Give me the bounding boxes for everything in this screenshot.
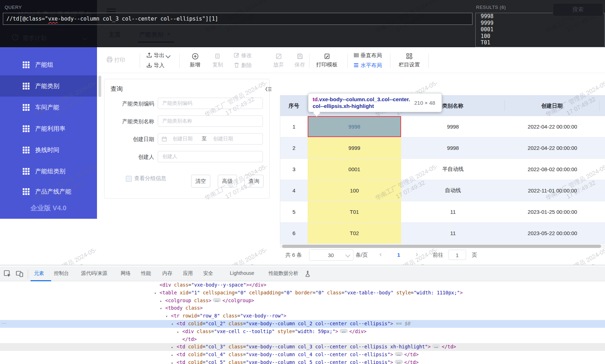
dom-node[interactable]: ▸<td colid="col_5" class="vxe-body--colu… <box>0 359 605 364</box>
dom-node[interactable]: ▸<colgroup class>…</colgroup> <box>0 297 605 305</box>
table-cell[interactable]: 3 <box>280 159 308 180</box>
table-cell[interactable]: 2 <box>280 137 308 158</box>
horizontal-scrollbar[interactable] <box>280 244 605 248</box>
dom-node[interactable]: ▾<tr rowid="row_8" class="vxe-body--row"… <box>0 312 605 320</box>
selected-dom-node[interactable]: ▾<td colid="col_2" class="vxe-body--colu… <box>0 320 605 328</box>
table-cell[interactable] <box>600 159 605 180</box>
creator-input[interactable]: 创建人 <box>158 151 263 162</box>
vertical-layout-button[interactable]: 垂直布局 <box>353 52 382 59</box>
table-cell[interactable]: 2022-04-22 00:00:00 <box>505 137 600 158</box>
sidebar-item-1[interactable]: 产能类别 <box>0 75 97 97</box>
table-row[interactable]: 5T01112023-01-25 00:00:00 <box>280 201 605 223</box>
expanded-arrow-icon[interactable]: ▾ <box>154 289 160 297</box>
goto-page-input[interactable]: 1 <box>448 250 466 260</box>
table-cell[interactable]: 5 <box>280 201 308 222</box>
expanded-arrow-icon[interactable]: ▾ <box>171 320 177 328</box>
table-cell[interactable] <box>600 137 605 158</box>
xpath-highlighted-cell[interactable]: T02 <box>308 223 401 244</box>
table-row[interactable]: 4100自动线2022-11-01 00:00:00 <box>280 180 605 201</box>
expanded-arrow-icon[interactable]: ▾ <box>160 305 165 313</box>
save-button[interactable]: 保存 <box>290 52 310 68</box>
devtools-tab-0[interactable]: 元素 <box>34 270 44 277</box>
table-cell[interactable]: 1 <box>280 116 308 137</box>
prev-page-button[interactable]: ‹ <box>379 250 382 258</box>
devtools-tab-3[interactable]: 网络 <box>121 270 131 277</box>
collapsed-arrow-icon[interactable]: ▸ <box>171 343 177 351</box>
table-cell[interactable]: 11 <box>401 223 505 244</box>
table-cell[interactable]: 4 <box>280 180 308 201</box>
add-button[interactable]: 新增 <box>185 52 205 68</box>
column-settings-button[interactable]: 栏目设置 <box>398 52 421 68</box>
devtools-tab-6[interactable]: 应用 <box>183 270 193 277</box>
horizontal-layout-button[interactable]: 水平布局 <box>353 62 382 69</box>
table-cell[interactable]: 9998 <box>401 116 505 137</box>
devtools-tab-9[interactable]: 性能数据分析 <box>269 270 298 277</box>
sidebar-item-4[interactable]: 换线时间 <box>0 139 97 161</box>
clear-button[interactable]: 清空 <box>191 175 210 188</box>
column-header-3[interactable]: 创建日期 <box>505 100 600 111</box>
date-range-input[interactable]: 创建日期 至 创建日期 <box>158 133 263 145</box>
advanced-button[interactable]: 高级 <box>218 175 237 188</box>
devtools-tab-7[interactable]: 安全 <box>203 270 213 277</box>
group-info-checkbox[interactable] <box>126 176 132 182</box>
devtools-tab-4[interactable]: 性能 <box>141 270 151 277</box>
search-button-ghost[interactable]: 搜索 <box>553 3 603 16</box>
abandon-button[interactable]: 放弃 <box>269 52 288 68</box>
devtools-tab-2[interactable]: 源代码/来源 <box>81 270 107 277</box>
table-cell[interactable] <box>600 180 605 201</box>
export-button[interactable]: 导出 <box>146 52 170 59</box>
edit-button[interactable]: 修改 <box>234 52 252 59</box>
table-cell[interactable] <box>600 201 605 222</box>
dom-node[interactable]: </td> <box>0 336 605 343</box>
inspect-element-icon[interactable] <box>4 270 11 279</box>
column-header-0[interactable]: 序号 <box>280 100 308 111</box>
table-cell[interactable]: 2022-08-02 00:00:00 <box>505 159 600 180</box>
sidebar-item-5[interactable]: 产能组类别 <box>0 161 97 182</box>
xpath-highlighted-cell[interactable]: 9999 <box>308 137 401 158</box>
next-page-button[interactable]: › <box>416 250 418 258</box>
table-cell[interactable]: 2022-11-01 00:00:00 <box>505 180 600 201</box>
devtools-tab-1[interactable]: 控制台 <box>54 270 69 277</box>
collapsed-arrow-icon[interactable]: ▸ <box>171 351 177 359</box>
table-cell[interactable]: 6 <box>280 223 308 244</box>
dom-node[interactable]: ▸<div class="vxe-cell c--tooltip" style=… <box>0 328 605 336</box>
sidebar-item-2[interactable]: 车间产能 <box>0 97 97 118</box>
page-size-select[interactable]: 30 <box>309 249 353 261</box>
xpath-highlighted-cell[interactable]: T01 <box>308 201 401 222</box>
code-input[interactable]: 产能类别编码 <box>158 98 263 109</box>
table-row[interactable]: 6T02112023-05-22 00:00:00 <box>280 223 605 244</box>
table-cell[interactable] <box>600 116 605 137</box>
table-row[interactable]: 2999999982022-04-22 00:00:00 <box>280 137 605 159</box>
dom-node[interactable]: ▾<table xid="1" cellspacing="0" cellpadd… <box>0 289 605 297</box>
table-cell[interactable]: 2023-01-25 00:00:00 <box>505 201 600 222</box>
devtools-tab-8[interactable]: Lighthouse <box>230 270 254 276</box>
copy-button[interactable]: 复制 <box>208 52 228 68</box>
table-row[interactable]: 1999899982022-04-22 00:00:00 <box>280 116 605 137</box>
dom-node[interactable]: ▸<td colid="col_4" class="vxe-body--colu… <box>0 351 605 359</box>
table-row[interactable]: 30001半自动线2022-08-02 00:00:00 <box>280 159 605 180</box>
current-page[interactable]: 1 <box>397 252 400 258</box>
column-header-4[interactable] <box>600 100 605 111</box>
table-cell[interactable] <box>600 223 605 244</box>
inspected-highlighted-cell[interactable]: 9998 <box>308 116 401 137</box>
table-cell[interactable]: 半自动线 <box>401 159 505 180</box>
collapsed-arrow-icon[interactable]: ▸ <box>171 359 177 364</box>
device-toolbar-icon[interactable] <box>16 270 23 279</box>
table-cell[interactable]: 9998 <box>401 137 505 158</box>
table-cell[interactable]: 11 <box>401 201 505 222</box>
tree-overflow-dots[interactable]: ⋯ <box>1 320 7 326</box>
collapsed-arrow-icon[interactable]: ▸ <box>177 328 182 336</box>
xpath-highlighted-cell[interactable]: 0001 <box>308 159 401 180</box>
sidebar-item-3[interactable]: 产能利用率 <box>0 118 97 139</box>
scrollbar-thumb[interactable] <box>98 76 101 97</box>
dom-node[interactable]: ▾<tbody class> <box>0 304 605 312</box>
devtools-tab-5[interactable]: 内存 <box>162 270 172 277</box>
search-button[interactable]: 查询 <box>244 175 264 188</box>
collapse-panel-icon[interactable] <box>265 86 272 94</box>
expanded-arrow-icon[interactable]: ▾ <box>166 313 171 320</box>
print-template-button[interactable]: 打印模板 <box>315 52 339 68</box>
name-input[interactable]: 产能类别名称 <box>158 115 263 127</box>
sidebar-item-0[interactable]: 产能组 <box>0 54 97 75</box>
print-button[interactable]: 打印 <box>107 56 125 64</box>
table-cell[interactable]: 2023-05-22 00:00:00 <box>505 223 600 244</box>
